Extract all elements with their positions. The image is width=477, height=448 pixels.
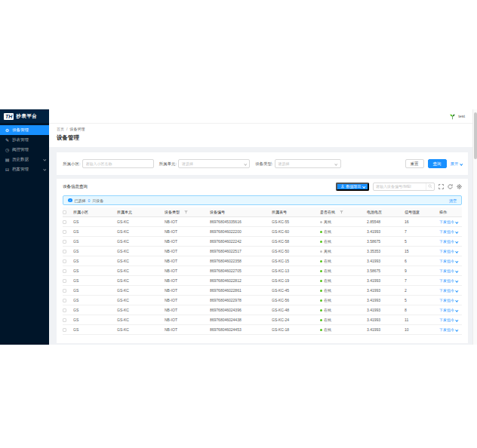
breadcrumb-home[interactable]: 首页	[57, 127, 64, 131]
fullscreen-icon[interactable]	[439, 184, 444, 189]
cell-signal-strength: 7	[405, 278, 439, 283]
device-search-input[interactable]	[374, 184, 426, 189]
avatar-icon	[449, 113, 456, 120]
unit-select[interactable]: 请选择	[178, 159, 250, 168]
device-type-select[interactable]: 请选择	[275, 159, 341, 168]
clear-selection-link[interactable]: 清空	[449, 198, 457, 203]
send-command-link[interactable]: 下发指令	[439, 239, 458, 244]
row-checkbox[interactable]	[63, 220, 66, 224]
cell-meter-number: GS-KC-13	[272, 268, 320, 273]
chevron-down-icon	[455, 318, 458, 321]
table-row: GS GS-KC NB-IOT 869768046022705 GS-KC-13…	[63, 266, 462, 276]
cell-meter-number: GS-KC-18	[272, 327, 320, 332]
send-command-label: 下发指令	[439, 288, 454, 293]
cell-online-status: 在线	[320, 288, 367, 293]
cell-unit: GS-KC	[117, 239, 165, 244]
send-command-link[interactable]: 下发指令	[439, 229, 458, 234]
row-checkbox[interactable]	[63, 299, 66, 302]
search-button[interactable]: 查询	[428, 159, 447, 168]
cell-online-status: 在线	[320, 229, 367, 234]
cell-battery-voltage: 3.41993	[367, 318, 405, 322]
send-command-link[interactable]: 下发指令	[439, 318, 458, 322]
cell-signal-strength: 5	[405, 239, 439, 244]
sidebar-item-2[interactable]: ✎ 抄表管理	[0, 135, 49, 145]
cell-device-type: NB-IOT	[165, 288, 210, 293]
cell-device-type: NB-IOT	[165, 308, 210, 312]
cell-meter-number: GS-KC-19	[272, 278, 320, 283]
cell-battery-voltage: 3.41993	[367, 288, 405, 293]
send-command-link[interactable]: 下发指令	[439, 268, 458, 273]
sidebar-item-label: 设备管理	[12, 127, 29, 133]
row-checkbox[interactable]	[63, 230, 66, 234]
table-row: GS GS-KC NB-IOT 869768046022861 GS-KC-45…	[63, 286, 462, 296]
filter-panel: 所属小区: 所属单元: 请选择 设备类型: 请选择 重置 查询	[57, 152, 468, 175]
refresh-icon[interactable]	[448, 184, 453, 189]
filter-funnel-icon[interactable]	[340, 210, 343, 214]
sidebar-item-4[interactable]: ▤ 历史数据	[0, 155, 49, 164]
cell-battery-voltage: 3.41993	[367, 229, 405, 234]
sidebar-item-label: 历史数据	[12, 157, 29, 162]
send-command-link[interactable]: 下发指令	[439, 249, 458, 253]
filter-funnel-icon[interactable]	[184, 210, 188, 214]
edit-icon: ✎	[5, 137, 10, 143]
status-label: 在线	[324, 318, 331, 322]
column-header-8: 信号强度	[405, 210, 439, 214]
select-all-checkbox[interactable]	[63, 210, 66, 214]
row-checkbox[interactable]	[63, 289, 66, 293]
send-command-link[interactable]: 下发指令	[439, 327, 458, 332]
search-icon[interactable]	[426, 183, 434, 190]
send-command-link[interactable]: 下发指令	[439, 219, 458, 224]
chevron-down-icon	[43, 158, 46, 161]
chevron-down-icon	[455, 299, 458, 302]
cell-community: GS	[73, 327, 117, 332]
cell-meter-number: GS-KC-48	[272, 308, 320, 312]
user-menu[interactable]: test	[449, 113, 465, 120]
cell-device-number: 869768046022358	[210, 259, 272, 263]
reset-button[interactable]: 重置	[405, 159, 424, 168]
section-title: 设备信息查询	[63, 184, 88, 189]
cell-unit: GS-KC	[117, 229, 165, 234]
row-checkbox[interactable]	[63, 318, 66, 322]
column-settings-icon[interactable]	[457, 184, 462, 189]
cell-community: GS	[73, 308, 117, 312]
vertical-scrollbar[interactable]	[472, 109, 477, 345]
community-input[interactable]	[82, 159, 154, 168]
main-area: test 首页 / 设备管理 设备管理 所属小区: 所属单元: 请选择	[49, 109, 477, 345]
cell-battery-voltage: 3.35353	[367, 249, 405, 253]
sidebar-item-5[interactable]: ⊟ 档案管理	[0, 164, 49, 174]
send-command-label: 下发指令	[439, 308, 454, 312]
data-export-button[interactable]: 数据导出	[336, 183, 370, 191]
send-command-link[interactable]: 下发指令	[439, 259, 458, 263]
username: test	[458, 114, 465, 118]
cell-device-type: NB-IOT	[165, 229, 210, 234]
send-command-link[interactable]: 下发指令	[439, 278, 458, 283]
send-command-link[interactable]: 下发指令	[439, 298, 458, 302]
row-checkbox[interactable]	[63, 259, 66, 263]
cell-device-number: 869768046024453	[210, 327, 272, 332]
community-filter-label: 所属小区:	[63, 161, 81, 167]
expand-label: 展开	[451, 161, 459, 167]
cell-device-number: 869768046022861	[210, 288, 272, 293]
row-checkbox[interactable]	[63, 240, 66, 244]
send-command-link[interactable]: 下发指令	[439, 288, 458, 293]
cell-battery-voltage: 3.58675	[367, 268, 405, 273]
cell-online-status: 在线	[320, 298, 367, 302]
cell-device-type: NB-IOT	[165, 239, 210, 244]
breadcrumb-current: 设备管理	[69, 127, 85, 131]
cell-device-type: NB-IOT	[165, 278, 210, 283]
send-command-link[interactable]: 下发指令	[439, 308, 458, 312]
row-checkbox[interactable]	[63, 269, 66, 273]
expand-filters-link[interactable]: 展开	[451, 161, 463, 167]
row-checkbox[interactable]	[63, 250, 66, 253]
app-window: TH 抄表平台 ⚙ 设备管理 ✎ 抄表管理 ◷ 阀控管理 ▤ 历史数据 ⊟ 档案…	[0, 109, 477, 345]
page-title: 设备管理	[57, 134, 469, 142]
row-checkbox[interactable]	[63, 328, 66, 332]
sidebar-item-1[interactable]: ⚙ 设备管理	[0, 125, 49, 135]
sidebar-item-3[interactable]: ◷ 阀控管理	[0, 145, 49, 155]
table-row: GS GS-KC NB-IOT 869768046022200 GS-KC-60…	[63, 227, 462, 237]
logo-title: 抄表平台	[16, 113, 37, 120]
sidebar-item-label: 档案管理	[12, 167, 29, 172]
row-checkbox[interactable]	[63, 279, 66, 283]
scrollbar-thumb[interactable]	[474, 112, 477, 159]
row-checkbox[interactable]	[63, 308, 66, 312]
